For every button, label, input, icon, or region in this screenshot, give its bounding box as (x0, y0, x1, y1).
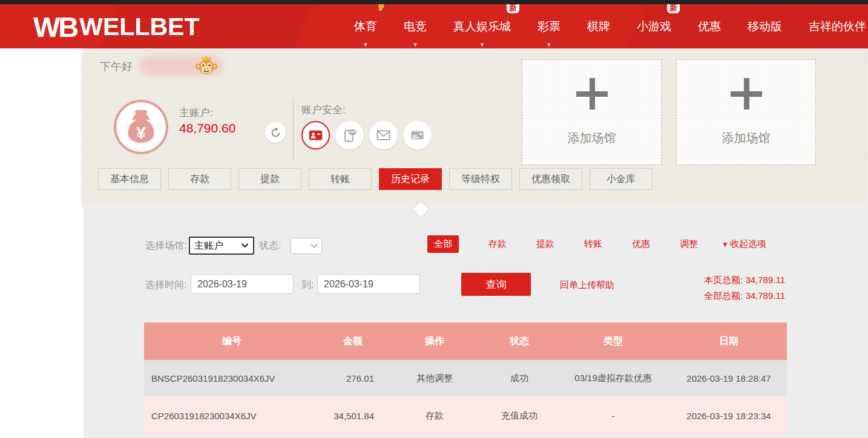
all-total-label: 全部总额: (704, 290, 743, 301)
transaction-type-filters: 全部 存款 提款 转账 优惠 调整 (427, 235, 698, 253)
tab-label: 转账 (330, 173, 350, 186)
cell-operation: 存款 (386, 410, 483, 422)
table-row: BNSCP26031918230034X6JV 276.01 其他调整 成功 0… (144, 360, 787, 396)
envelope-icon (375, 127, 392, 143)
type-filter-label: 存款 (488, 238, 507, 249)
type-filter-link[interactable]: 转账 (584, 238, 602, 250)
nav-item-label: 电竞 (404, 20, 427, 33)
cell-type: 03/19虚拟存款优惠 (556, 373, 671, 384)
type-filter-label: 提款 (536, 238, 554, 249)
nav-item[interactable]: 体育 ▼ (354, 19, 377, 34)
chevron-down-icon: ▼ (363, 42, 369, 48)
nav-item-label: 彩票 (538, 20, 561, 33)
totals-block: 本页总额: 34,789.11 全部总额: 34,789.11 (704, 272, 785, 304)
email-security-button[interactable] (369, 121, 398, 149)
type-filter-link[interactable]: 调整 (680, 238, 698, 250)
type-filter-label: 调整 (680, 238, 698, 249)
table-header-cell: 金额 (320, 335, 386, 348)
table-header-cell: 类型 (556, 335, 671, 348)
table-header-cell: 状态 (483, 335, 556, 348)
add-venue-label: 添加场馆 (722, 130, 771, 146)
cell-date: 2026-03-19 18:28:47 (671, 373, 787, 384)
tab-label: 等级特权 (461, 173, 500, 186)
plus-icon (576, 78, 608, 109)
all-total-value: 34,789.11 (745, 290, 785, 301)
monkey-crown-emoji (194, 53, 219, 80)
type-filter-link[interactable]: 全部 (427, 235, 459, 253)
money-bag-icon: ¥ (114, 100, 168, 154)
logo-monogram: WB (33, 10, 77, 44)
cell-amount: 34,501.84 (320, 411, 386, 421)
status-select[interactable] (291, 238, 322, 254)
collapse-options-link[interactable]: ▼收起选项 (722, 238, 766, 250)
nav-item[interactable]: 棋牌 (587, 19, 610, 34)
add-venue-button[interactable]: 添加场馆 (522, 59, 662, 165)
to-label: 到: (301, 279, 314, 292)
new-badge: 新 (507, 4, 519, 13)
tab-label: 提款 (260, 173, 280, 186)
account-tab[interactable]: 等级特权 (449, 168, 512, 190)
svg-text:¥: ¥ (136, 123, 146, 142)
nav-item-label: 优惠 (698, 20, 721, 33)
account-security-label: 账户安全: (301, 103, 346, 117)
account-tab[interactable]: 基本信息 (98, 168, 161, 190)
venue-select[interactable]: 主账户 (189, 237, 254, 255)
date-from-input[interactable] (191, 274, 294, 294)
cell-id: CP26031918230034X6JV (144, 411, 320, 421)
chevron-down-icon: ▼ (413, 42, 418, 48)
cell-id: BNSCP26031918230034X6JV (144, 373, 320, 384)
table-header-cell: 操作 (386, 335, 483, 348)
nav-item-label: 移动版 (748, 20, 782, 33)
all-total-line: 全部总额: 34,789.11 (704, 288, 785, 304)
logo-wordmark: WELLBET (79, 13, 199, 41)
chevron-down-icon (241, 243, 249, 248)
sms-phone-icon: SMS (341, 127, 358, 143)
nav-item[interactable]: 新 真人娱乐城 ▼ (453, 19, 511, 34)
cell-operation: 其他调整 (386, 373, 483, 384)
nav-item[interactable]: 电竞 ▼ (404, 19, 427, 34)
nav-item[interactable]: 新 小游戏 (637, 19, 671, 34)
divider (293, 98, 294, 161)
status-filter-label: 状态: (259, 240, 281, 252)
cell-status: 成功 (483, 373, 556, 384)
query-button[interactable]: 查询 (461, 273, 531, 296)
nav-item[interactable]: 吉祥的伙伴 (809, 19, 866, 34)
table-header-row: 编号 金额 操作 状态 类型 日期 (144, 322, 787, 360)
cell-type: - (556, 411, 671, 421)
chevron-down-icon: ▼ (547, 42, 552, 48)
table-header-cell: 编号 (144, 335, 320, 348)
idcard-security-button[interactable] (301, 121, 330, 149)
type-filter-label: 全部 (434, 238, 452, 249)
wellbet-logo[interactable]: WB WELLBET (33, 11, 199, 42)
greeting-text: 下午好 (100, 59, 133, 74)
chevron-down-icon (311, 244, 318, 248)
type-filter-link[interactable]: 优惠 (632, 238, 650, 250)
venue-filter-label: 选择场馆: (145, 240, 186, 252)
add-venue-button[interactable]: 添加场馆 (676, 59, 816, 165)
table-header-cell: 日期 (671, 335, 787, 348)
sms-security-button[interactable]: SMS (335, 121, 364, 149)
account-tab[interactable]: 存款 (168, 168, 231, 190)
cell-status: 充值成功 (483, 410, 556, 422)
account-tab[interactable]: 转账 (309, 168, 372, 190)
cell-date: 2026-03-19 18:23:34 (671, 411, 787, 421)
nav-item[interactable]: 移动版 (748, 19, 782, 34)
page-total-value: 34,789.11 (745, 275, 785, 285)
nav-item[interactable]: 彩票 ▼ (538, 19, 561, 34)
account-tab[interactable]: 小金库 (590, 168, 653, 190)
type-filter-link[interactable]: 存款 (488, 238, 507, 250)
account-tab[interactable]: 优惠领取 (519, 168, 582, 190)
type-filter-link[interactable]: 提款 (536, 238, 554, 250)
refresh-icon (270, 127, 281, 139)
account-tab[interactable]: 提款 (238, 168, 301, 190)
nav-item[interactable]: 优惠 (698, 19, 721, 34)
account-tab[interactable]: 历史记录 (379, 168, 442, 190)
refresh-balance-button[interactable] (265, 122, 286, 143)
bank-card-security-button[interactable] (403, 121, 432, 149)
nav-item-label: 体育 (354, 20, 377, 33)
receipt-upload-help-link[interactable]: 回单上传帮助 (560, 279, 614, 291)
date-to-input[interactable] (317, 274, 420, 294)
idcard-icon (307, 127, 324, 143)
account-panel: 下午好 ¥ 主账户: 48,790.60 账户安全: (84, 48, 868, 204)
type-filter-label: 转账 (584, 238, 602, 249)
